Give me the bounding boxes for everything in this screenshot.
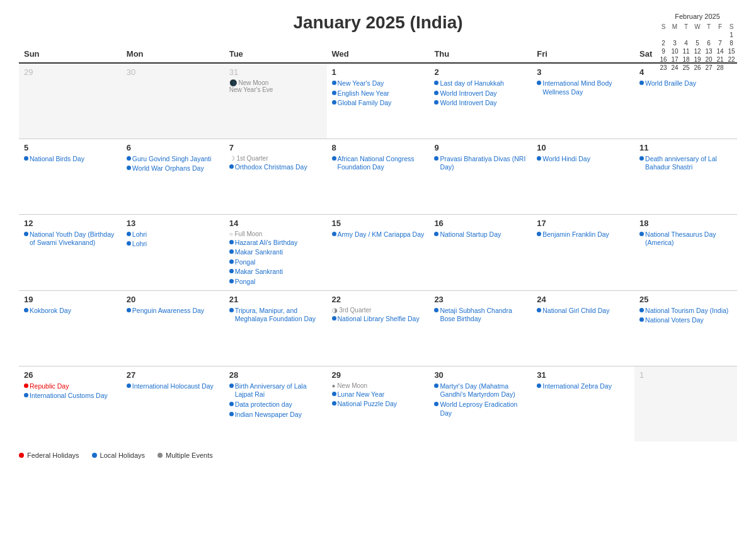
event-text: Orthodox Christmas Day [235, 163, 322, 172]
day-number: 7 [229, 143, 322, 152]
event-text: Pongal [235, 258, 322, 267]
event-text: National Youth Day (Birthday of Swami Vi… [30, 230, 117, 247]
event-item: National Youth Day (Birthday of Swami Vi… [24, 230, 117, 247]
page-title: January 2025 (India) [19, 13, 737, 33]
moon-phase: ● New Moon [332, 382, 425, 389]
day-number: 29 [24, 67, 117, 77]
event-item: Tripura, Manipur, and Meghalaya Foundati… [229, 307, 322, 324]
calendar-cell-1: 1New Year's DayEnglish New YearGlobal Fa… [327, 63, 430, 139]
event-bullet [332, 392, 336, 396]
event-text: World Braille Day [645, 79, 732, 88]
event-text: Lunar New Year [338, 390, 425, 399]
event-bullet [434, 81, 438, 85]
event-text: Data protection day [235, 401, 322, 409]
event-item: Penguin Awareness Day [127, 307, 219, 315]
event-text: International Mind Body Wellness Day [542, 79, 629, 96]
event-bullet [434, 156, 438, 161]
day-number: 18 [639, 219, 732, 228]
event-text: Birth Anniversary of Lala Lajpat Rai [235, 382, 322, 399]
event-item: International Customs Day [24, 392, 117, 401]
event-bullet [229, 383, 234, 388]
event-text: English New Year [338, 89, 425, 98]
legend-dot [19, 453, 24, 458]
calendar-cell-6: 6Guru Govind Singh JayantiWorld War Orph… [122, 139, 224, 214]
event-text: Lohri [132, 240, 219, 249]
event-text: New Year's Day [338, 79, 425, 88]
event-item: Indian Newspaper Day [229, 411, 322, 419]
event-bullet [434, 383, 438, 388]
calendar-cell-12: 12National Youth Day (Birthday of Swami … [19, 214, 122, 290]
event-text: Makar Sankranti [235, 268, 322, 276]
event-text: National Girl Child Day [542, 307, 629, 315]
event-bullet [229, 279, 234, 283]
event-text: Indian Newspaper Day [235, 411, 322, 419]
event-bullet [229, 269, 234, 273]
day-number: 24 [537, 295, 629, 304]
event-bullet [537, 81, 541, 85]
legend-label: Federal Holidays [27, 452, 79, 459]
event-bullet [24, 383, 28, 388]
event-item: National Thesaurus Day (America) [639, 230, 732, 247]
day-number: 30 [127, 67, 219, 77]
calendar-cell-29: 29 [19, 63, 122, 139]
event-item: Birth Anniversary of Lala Lajpat Rai [229, 382, 322, 399]
day-number: 27 [127, 370, 219, 380]
calendar-cell-9: 9Pravasi Bharatiya Divas (NRI Day) [429, 139, 532, 214]
event-bullet [127, 232, 131, 236]
event-bullet [24, 232, 28, 236]
legend: Federal HolidaysLocal HolidaysMultiple E… [19, 452, 737, 459]
event-bullet [434, 91, 438, 95]
day-number: 31 [537, 370, 629, 380]
event-item: National Voters Day [639, 316, 732, 325]
day-number: 30 [434, 370, 527, 380]
event-text: National Voters Day [645, 316, 732, 325]
event-text: African National Congress Foundation Day [338, 155, 425, 172]
event-item: World War Orphans Day [127, 164, 219, 173]
event-bullet [537, 156, 541, 161]
event-item: National Startup Day [434, 230, 527, 239]
mini-calendar: February 2025 SMTWTFS1234567891011121314… [658, 13, 737, 72]
event-bullet [229, 412, 234, 416]
event-bullet [127, 241, 131, 246]
event-item: Orthodox Christmas Day [229, 163, 322, 172]
event-item: African National Congress Foundation Day [332, 155, 425, 172]
calendar-cell-31: 31International Zebra Day [532, 366, 634, 441]
calendar-cell-21: 21Tripura, Manipur, and Meghalaya Founda… [224, 290, 327, 366]
event-text: International Customs Day [30, 392, 117, 401]
event-bullet [434, 232, 438, 236]
legend-label: Local Holidays [100, 452, 146, 459]
calendar-cell-23: 23Netaji Subhash Chandra Bose Birthday [429, 290, 532, 366]
day-number: 1 [639, 370, 732, 380]
event-bullet [24, 393, 28, 397]
event-item: National Puzzle Day [332, 400, 425, 409]
event-text: Death anniversary of Lal Bahadur Shastri [645, 155, 732, 172]
event-item: International Holocaust Day [127, 382, 219, 391]
event-text: National Startup Day [440, 230, 527, 239]
event-bullet [127, 156, 131, 161]
event-bullet [639, 156, 644, 161]
day-number: 6 [127, 143, 219, 152]
event-text: National Library Shelfie Day [338, 315, 425, 324]
event-text: World War Orphans Day [132, 164, 219, 173]
col-header-sun: Sun [19, 45, 122, 63]
event-item: Death anniversary of Lal Bahadur Shastri [639, 155, 732, 172]
event-text: Netaji Subhash Chandra Bose Birthday [440, 307, 527, 324]
event-text: Hazarat Ali's Birthday [235, 239, 322, 247]
moon-phase: ☽ 1st Quarter [229, 155, 322, 162]
calendar-cell-13: 13LohriLohri [122, 214, 224, 290]
event-item: World Leprosy Eradication Day [434, 401, 527, 418]
calendar-cell-11: 11Death anniversary of Lal Bahadur Shast… [634, 139, 737, 214]
calendar-cell-7: 7☽ 1st QuarterOrthodox Christmas Day [224, 139, 327, 214]
event-bullet [434, 308, 438, 312]
event-item: Global Family Day [332, 99, 425, 108]
calendar-cell-14: 14○ Full MoonHazarat Ali's BirthdayMakar… [224, 214, 327, 290]
event-bullet [24, 308, 28, 312]
event-text: Martyr's Day (Mahatma Gandhi's Martyrdom… [440, 382, 527, 399]
event-bullet [639, 81, 644, 85]
event-text: Lohri [132, 230, 219, 239]
calendar-cell-8: 8African National Congress Foundation Da… [327, 139, 430, 214]
event-bullet [332, 401, 336, 406]
event-item: Netaji Subhash Chandra Bose Birthday [434, 307, 527, 324]
event-text: Benjamin Franklin Day [542, 230, 629, 239]
event-text: Kokborok Day [30, 307, 117, 315]
